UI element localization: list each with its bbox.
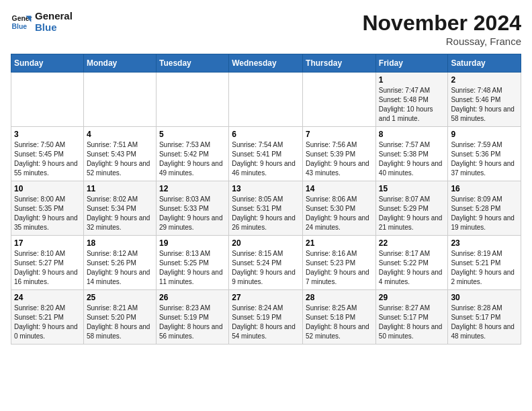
day-info: Sunrise: 8:06 AM Sunset: 5:30 PM Dayligh… (306, 195, 373, 232)
day-number: 9 (451, 130, 518, 139)
col-header-wednesday: Wednesday (229, 54, 303, 73)
day-cell: 26Sunrise: 8:23 AM Sunset: 5:19 PM Dayli… (156, 290, 228, 345)
day-info: Sunrise: 7:54 AM Sunset: 5:41 PM Dayligh… (232, 140, 300, 178)
day-number: 1 (379, 75, 445, 85)
logo-icon: General Blue (11, 11, 32, 33)
day-number: 18 (87, 238, 153, 248)
day-cell: 23Sunrise: 8:19 AM Sunset: 5:21 PM Dayli… (448, 236, 521, 290)
day-info: Sunrise: 8:19 AM Sunset: 5:21 PM Dayligh… (451, 249, 518, 287)
day-cell (229, 73, 303, 127)
day-cell: 16Sunrise: 8:09 AM Sunset: 5:28 PM Dayli… (448, 181, 521, 236)
week-row-5: 24Sunrise: 8:20 AM Sunset: 5:21 PM Dayli… (11, 290, 521, 345)
day-number: 6 (232, 130, 300, 139)
day-info: Sunrise: 7:47 AM Sunset: 5:48 PM Dayligh… (379, 86, 445, 124)
day-cell: 28Sunrise: 8:25 AM Sunset: 5:18 PM Dayli… (303, 290, 376, 345)
day-info: Sunrise: 8:07 AM Sunset: 5:29 PM Dayligh… (379, 195, 445, 232)
day-info: Sunrise: 8:15 AM Sunset: 5:24 PM Dayligh… (232, 249, 300, 287)
day-cell: 17Sunrise: 8:10 AM Sunset: 5:27 PM Dayli… (11, 236, 84, 290)
day-info: Sunrise: 8:13 AM Sunset: 5:25 PM Dayligh… (159, 249, 226, 287)
day-number: 4 (87, 130, 153, 139)
day-cell: 29Sunrise: 8:27 AM Sunset: 5:17 PM Dayli… (375, 290, 448, 345)
day-number: 14 (306, 184, 373, 193)
header-row: SundayMondayTuesdayWednesdayThursdayFrid… (11, 54, 521, 73)
day-number: 15 (379, 184, 445, 193)
day-number: 10 (14, 184, 81, 193)
header: General Blue General Blue November 2024 … (11, 11, 521, 47)
week-row-3: 10Sunrise: 8:00 AM Sunset: 5:35 PM Dayli… (11, 181, 521, 236)
day-cell: 9Sunrise: 7:59 AM Sunset: 5:36 PM Daylig… (448, 127, 521, 181)
day-info: Sunrise: 8:23 AM Sunset: 5:19 PM Dayligh… (159, 304, 226, 341)
day-cell: 20Sunrise: 8:15 AM Sunset: 5:24 PM Dayli… (229, 236, 303, 290)
day-info: Sunrise: 7:57 AM Sunset: 5:38 PM Dayligh… (379, 140, 445, 178)
day-info: Sunrise: 7:50 AM Sunset: 5:45 PM Dayligh… (14, 140, 81, 178)
day-number: 8 (379, 130, 445, 139)
day-cell: 6Sunrise: 7:54 AM Sunset: 5:41 PM Daylig… (229, 127, 303, 181)
day-cell (83, 73, 156, 127)
day-cell (11, 73, 84, 127)
title-area: November 2024 Roussay, France (362, 11, 521, 47)
day-info: Sunrise: 8:03 AM Sunset: 5:33 PM Dayligh… (159, 195, 226, 232)
day-cell: 15Sunrise: 8:07 AM Sunset: 5:29 PM Dayli… (375, 181, 448, 236)
col-header-thursday: Thursday (303, 54, 376, 73)
day-cell: 12Sunrise: 8:03 AM Sunset: 5:33 PM Dayli… (156, 181, 228, 236)
day-cell: 14Sunrise: 8:06 AM Sunset: 5:30 PM Dayli… (303, 181, 376, 236)
day-info: Sunrise: 8:21 AM Sunset: 5:20 PM Dayligh… (87, 304, 153, 341)
day-number: 2 (451, 75, 518, 85)
week-row-4: 17Sunrise: 8:10 AM Sunset: 5:27 PM Dayli… (11, 236, 521, 290)
day-number: 7 (306, 130, 373, 139)
day-info: Sunrise: 8:24 AM Sunset: 5:19 PM Dayligh… (232, 304, 300, 341)
day-info: Sunrise: 8:09 AM Sunset: 5:28 PM Dayligh… (451, 195, 518, 232)
svg-text:Blue: Blue (12, 22, 28, 30)
day-info: Sunrise: 7:48 AM Sunset: 5:46 PM Dayligh… (451, 86, 518, 124)
day-cell (303, 73, 376, 127)
day-cell: 7Sunrise: 7:56 AM Sunset: 5:39 PM Daylig… (303, 127, 376, 181)
day-cell (156, 73, 228, 127)
logo-blue: Blue (35, 22, 73, 34)
month-title: November 2024 (362, 11, 521, 36)
day-number: 13 (232, 184, 300, 193)
location: Roussay, France (362, 36, 521, 47)
day-info: Sunrise: 8:00 AM Sunset: 5:35 PM Dayligh… (14, 195, 81, 232)
day-cell: 21Sunrise: 8:16 AM Sunset: 5:23 PM Dayli… (303, 236, 376, 290)
day-info: Sunrise: 7:53 AM Sunset: 5:42 PM Dayligh… (159, 140, 226, 178)
day-number: 29 (379, 293, 445, 302)
day-info: Sunrise: 8:16 AM Sunset: 5:23 PM Dayligh… (306, 249, 373, 287)
day-number: 5 (159, 130, 226, 139)
col-header-sunday: Sunday (11, 54, 84, 73)
day-number: 21 (306, 238, 373, 248)
day-info: Sunrise: 8:17 AM Sunset: 5:22 PM Dayligh… (379, 249, 445, 287)
day-cell: 2Sunrise: 7:48 AM Sunset: 5:46 PM Daylig… (448, 73, 521, 127)
day-info: Sunrise: 8:02 AM Sunset: 5:34 PM Dayligh… (87, 195, 153, 232)
logo-general: General (35, 11, 73, 22)
day-number: 26 (159, 293, 226, 302)
day-cell: 5Sunrise: 7:53 AM Sunset: 5:42 PM Daylig… (156, 127, 228, 181)
day-number: 20 (232, 238, 300, 248)
day-cell: 4Sunrise: 7:51 AM Sunset: 5:43 PM Daylig… (83, 127, 156, 181)
day-number: 22 (379, 238, 445, 248)
day-cell: 8Sunrise: 7:57 AM Sunset: 5:38 PM Daylig… (375, 127, 448, 181)
day-cell: 3Sunrise: 7:50 AM Sunset: 5:45 PM Daylig… (11, 127, 84, 181)
day-cell: 22Sunrise: 8:17 AM Sunset: 5:22 PM Dayli… (375, 236, 448, 290)
day-number: 23 (451, 238, 518, 248)
week-row-1: 1Sunrise: 7:47 AM Sunset: 5:48 PM Daylig… (11, 73, 521, 127)
week-row-2: 3Sunrise: 7:50 AM Sunset: 5:45 PM Daylig… (11, 127, 521, 181)
day-number: 25 (87, 293, 153, 302)
day-info: Sunrise: 8:05 AM Sunset: 5:31 PM Dayligh… (232, 195, 300, 232)
day-number: 11 (87, 184, 153, 193)
day-info: Sunrise: 8:27 AM Sunset: 5:17 PM Dayligh… (379, 304, 445, 341)
day-number: 24 (14, 293, 81, 302)
col-header-saturday: Saturday (448, 54, 521, 73)
day-cell: 1Sunrise: 7:47 AM Sunset: 5:48 PM Daylig… (375, 73, 448, 127)
day-cell: 10Sunrise: 8:00 AM Sunset: 5:35 PM Dayli… (11, 181, 84, 236)
day-cell: 27Sunrise: 8:24 AM Sunset: 5:19 PM Dayli… (229, 290, 303, 345)
day-info: Sunrise: 8:20 AM Sunset: 5:21 PM Dayligh… (14, 304, 81, 341)
col-header-friday: Friday (375, 54, 448, 73)
calendar-table: SundayMondayTuesdayWednesdayThursdayFrid… (11, 54, 521, 345)
day-number: 17 (14, 238, 81, 248)
day-number: 16 (451, 184, 518, 193)
day-info: Sunrise: 8:25 AM Sunset: 5:18 PM Dayligh… (306, 304, 373, 341)
day-cell: 11Sunrise: 8:02 AM Sunset: 5:34 PM Dayli… (83, 181, 156, 236)
day-number: 30 (451, 293, 518, 302)
day-cell: 24Sunrise: 8:20 AM Sunset: 5:21 PM Dayli… (11, 290, 84, 345)
day-info: Sunrise: 7:51 AM Sunset: 5:43 PM Dayligh… (87, 140, 153, 178)
